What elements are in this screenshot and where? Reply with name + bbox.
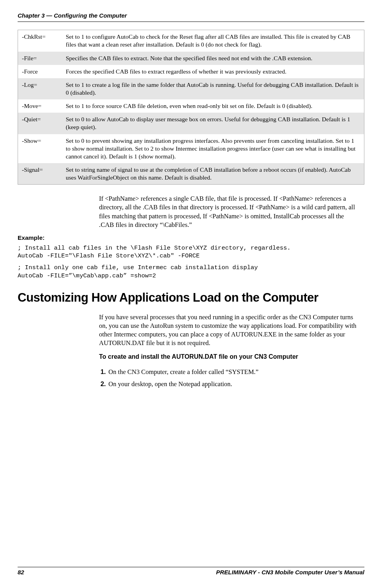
step-item: On the CN3 Computer, create a folder cal… — [108, 367, 364, 376]
param-desc: Set to 1 to force source CAB file deleti… — [62, 99, 364, 113]
example-label: Example: — [18, 234, 364, 242]
parameters-table: -ChkRst= Set to 1 to configure AutoCab t… — [18, 30, 364, 185]
param-key: -Log= — [18, 78, 62, 99]
table-row: -Move= Set to 1 to force source CAB file… — [18, 99, 364, 113]
param-desc: Set to 1 to configure AutoCab to check f… — [62, 30, 364, 52]
page-number: 82 — [18, 568, 24, 576]
section-intro-paragraph: If you have several processes that you n… — [99, 313, 357, 348]
table-row: -Force Forces the specified CAB files to… — [18, 65, 364, 78]
section-heading: Customizing How Applications Load on the… — [18, 290, 364, 306]
pathname-paragraph: If <PathName> references a single CAB fi… — [99, 194, 357, 229]
step-item: On your desktop, open the Notepad applic… — [108, 379, 364, 388]
param-key: -Quiet= — [18, 113, 62, 134]
table-row: -ChkRst= Set to 1 to configure AutoCab t… — [18, 30, 364, 52]
param-key: -Signal= — [18, 163, 62, 185]
header-rule — [18, 22, 364, 22]
param-key: -Move= — [18, 99, 62, 113]
chapter-header: Chapter 3 — Configuring the Computer — [18, 12, 364, 20]
param-desc: Specifies the CAB files to extract. Note… — [62, 52, 364, 65]
param-key: -Show= — [18, 134, 62, 163]
procedure-steps: On the CN3 Computer, create a folder cal… — [99, 367, 364, 389]
footer-rule — [18, 567, 364, 567]
example-code-2: ; Install only one cab file, use Interme… — [18, 264, 364, 279]
example-code-1: ; Install all cab files in the \Flash Fi… — [18, 244, 364, 260]
param-desc: Set to string name of signal to use at t… — [62, 163, 364, 185]
table-row: -Signal= Set to string name of signal to… — [18, 163, 364, 185]
param-desc: Forces the specified CAB files to extrac… — [62, 65, 364, 78]
param-key: -ChkRst= — [18, 30, 62, 52]
param-key: -File= — [18, 52, 62, 65]
table-row: -Show= Set to 0 to prevent showing any i… — [18, 134, 364, 163]
param-desc: Set to 0 to allow AutoCab to display use… — [62, 113, 364, 134]
table-row: -File= Specifies the CAB files to extrac… — [18, 52, 364, 65]
doc-title: PRELIMINARY - CN3 Mobile Computer User’s… — [216, 568, 364, 576]
page-footer: 82 PRELIMINARY - CN3 Mobile Computer Use… — [18, 564, 364, 576]
param-key: -Force — [18, 65, 62, 78]
table-row: -Quiet= Set to 0 to allow AutoCab to dis… — [18, 113, 364, 134]
param-desc: Set to 1 to create a log file in the sam… — [62, 78, 364, 99]
param-desc: Set to 0 to prevent showing any installa… — [62, 134, 364, 163]
procedure-heading: To create and install the AUTORUN.DAT fi… — [99, 352, 364, 361]
table-row: -Log= Set to 1 to create a log file in t… — [18, 78, 364, 99]
